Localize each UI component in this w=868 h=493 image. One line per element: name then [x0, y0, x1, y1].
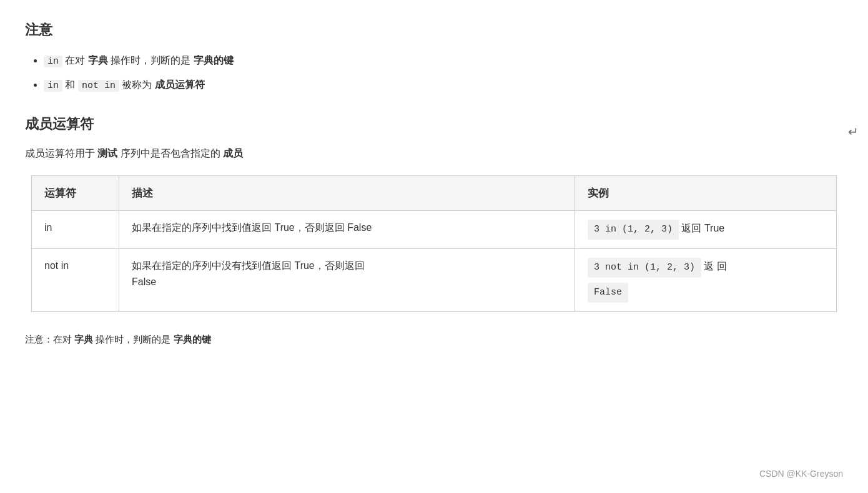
- member-operator-title: 成员运算符: [25, 113, 843, 135]
- in-code-1: in: [44, 56, 62, 67]
- table-row-not-in: not in 如果在指定的序列中没有找到值返回 True，否则返回False 3…: [32, 249, 837, 312]
- table-header-row: 运算符 描述 实例: [32, 176, 837, 211]
- notice-item-1-text: 在对 字典 操作时，判断的是 字典的键: [65, 55, 233, 66]
- col-header-example: 实例: [575, 176, 837, 211]
- csdn-watermark: CSDN @KK-Greyson: [759, 467, 843, 481]
- example-in: 3 in (1, 2, 3) 返回 True: [575, 211, 837, 249]
- in-code-2: in: [44, 80, 62, 92]
- desc-bold2: 成员: [223, 148, 243, 159]
- col-header-operator: 运算符: [32, 176, 119, 211]
- notice-title: 注意: [25, 19, 843, 41]
- operator-table: 运算符 描述 实例 in 如果在指定的序列中找到值返回 True，否则返回 Fa…: [31, 175, 837, 312]
- col-header-description: 描述: [119, 176, 575, 211]
- example-not-in-code: 3 not in (1, 2, 3): [588, 258, 701, 278]
- not-in-code-1: not in: [78, 80, 119, 92]
- footer-prefix: 注意：在对: [25, 334, 74, 344]
- example-in-code: 3 in (1, 2, 3): [588, 220, 679, 240]
- example-not-in-returns: 返 回: [704, 261, 726, 271]
- operator-in: in: [32, 211, 119, 249]
- footer-bold2: 字典的键: [174, 334, 211, 344]
- footer-bold1: 字典: [74, 334, 93, 344]
- desc-middle: 序列中是否包含指定的: [117, 148, 223, 159]
- footer-middle: 操作时，判断的是: [93, 334, 173, 344]
- desc-in: 如果在指定的序列中找到值返回 True，否则返回 False: [119, 211, 575, 249]
- operator-not-in: not in: [32, 249, 119, 312]
- back-arrow[interactable]: ↵: [848, 122, 859, 142]
- notice-section: 注意 in 在对 字典 操作时，判断的是 字典的键 in 和 not in 被称…: [25, 19, 843, 94]
- desc-prefix: 成员运算符用于: [25, 148, 97, 159]
- notice-item-2-text: 和: [65, 79, 77, 90]
- member-operator-desc: 成员运算符用于 测试 序列中是否包含指定的 成员: [25, 145, 843, 163]
- table-row-in: in 如果在指定的序列中找到值返回 True，否则返回 False 3 in (…: [32, 211, 837, 249]
- desc-bold1: 测试: [97, 148, 117, 159]
- example-not-in: 3 not in (1, 2, 3) 返 回 False: [575, 249, 837, 312]
- footer-note: 注意：在对 字典 操作时，判断的是 字典的键: [25, 331, 843, 348]
- notice-item-2: in 和 not in 被称为 成员运算符: [44, 76, 843, 94]
- notice-list: in 在对 字典 操作时，判断的是 字典的键 in 和 not in 被称为 成…: [25, 52, 843, 94]
- example-in-text: 返回 True: [681, 223, 724, 233]
- member-operator-section: 成员运算符 成员运算符用于 测试 序列中是否包含指定的 成员 运算符 描述 实例…: [25, 113, 843, 312]
- notice-item-1: in 在对 字典 操作时，判断的是 字典的键: [44, 52, 843, 70]
- notice-item-2-text2: 被称为 成员运算符: [122, 79, 204, 90]
- desc-not-in: 如果在指定的序列中没有找到值返回 True，否则返回False: [119, 249, 575, 312]
- example-not-in-result: False: [588, 283, 628, 303]
